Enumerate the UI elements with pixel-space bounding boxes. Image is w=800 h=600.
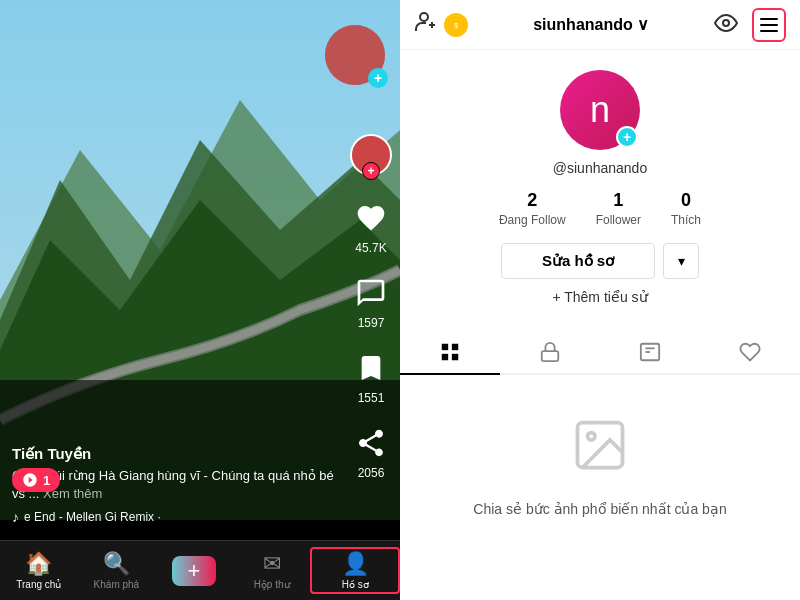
svg-text:$: $: [454, 21, 458, 29]
video-info: Tiến Tuyền Cảnh núi rừng Hà Giang hùng v…: [12, 445, 340, 525]
coin-icon: $: [444, 13, 468, 37]
menu-button[interactable]: [752, 8, 786, 42]
header-right: [714, 8, 786, 42]
creator-avatar-action[interactable]: +: [350, 134, 392, 180]
add-icon: +: [172, 556, 216, 586]
nav-add[interactable]: +: [155, 556, 233, 586]
header-left: $: [414, 10, 468, 39]
svg-rect-18: [452, 354, 458, 360]
content-area: Chia sẻ bức ảnh phổ biến nhất của bạn: [400, 375, 800, 560]
profile-handle: @siunhanando: [553, 160, 647, 176]
eye-icon[interactable]: [714, 11, 738, 39]
profile-body: n + @siunhanando 2 Đang Follow 1 Followe…: [400, 50, 800, 600]
share-action[interactable]: 2056: [351, 423, 391, 480]
profile-avatar-plus-icon: +: [616, 126, 638, 148]
likes-stat: 0 Thích: [671, 190, 701, 227]
home-icon: 🏠: [25, 551, 52, 577]
svg-rect-19: [542, 351, 559, 361]
tab-tagged[interactable]: [600, 331, 700, 375]
header-username[interactable]: siunhanando ∨: [533, 15, 649, 34]
explore-icon: 🔍: [103, 551, 130, 577]
following-stat: 2 Đang Follow: [499, 190, 566, 227]
nav-profile[interactable]: 👤 Hồ sơ: [310, 547, 400, 594]
edit-profile-button[interactable]: Sửa hồ sơ: [501, 243, 655, 279]
video-caption: Cảnh núi rừng Hà Giang hùng vĩ - Chúng t…: [12, 467, 340, 503]
followers-stat: 1 Follower: [596, 190, 641, 227]
like-action[interactable]: 45.7K: [351, 198, 391, 255]
menu-line-2: [760, 24, 778, 26]
svg-rect-16: [452, 344, 458, 350]
menu-line-3: [760, 30, 778, 32]
svg-rect-15: [442, 344, 448, 350]
profile-actions: Sửa hồ sơ ▾: [501, 243, 699, 279]
comment-count: 1597: [358, 316, 385, 330]
stats-row: 2 Đang Follow 1 Follower 0 Thích: [499, 190, 701, 227]
add-bio-link[interactable]: + Thêm tiểu sử: [552, 289, 647, 305]
music-row: ♪ e End - Mellen Gi Remix ·: [12, 509, 340, 525]
bookmark-count: 1551: [358, 391, 385, 405]
left-panel: + + 45.7K 1597: [0, 0, 400, 600]
tab-favorites[interactable]: [700, 331, 800, 375]
add-friend-icon[interactable]: [414, 10, 438, 39]
like-count: 45.7K: [355, 241, 386, 255]
empty-photo-icon: [570, 415, 630, 487]
svg-point-9: [420, 13, 428, 21]
profile-header: $ siunhanando ∨: [400, 0, 800, 50]
bottom-nav: 🏠 Trang chủ 🔍 Khám phá + ✉ Hộp thư 👤 Hồ …: [0, 540, 400, 600]
share-count: 2056: [358, 466, 385, 480]
nav-home[interactable]: 🏠 Trang chủ: [0, 551, 78, 590]
comment-action[interactable]: 1597: [351, 273, 391, 330]
svg-point-24: [588, 433, 596, 441]
video-background: +: [0, 0, 400, 520]
svg-rect-17: [442, 354, 448, 360]
tab-posts[interactable]: [400, 331, 500, 375]
nav-inbox[interactable]: ✉ Hộp thư: [233, 551, 311, 590]
profile-info: n + @siunhanando 2 Đang Follow 1 Followe…: [400, 50, 800, 331]
video-username: Tiến Tuyền: [12, 445, 340, 463]
tab-liked[interactable]: [500, 331, 600, 375]
follow-plus-icon: +: [362, 162, 380, 180]
profile-icon: 👤: [342, 551, 369, 577]
empty-content-message: Chia sẻ bức ảnh phổ biến nhất của bạn: [473, 499, 726, 520]
right-panel: $ siunhanando ∨ n +: [400, 0, 800, 600]
svg-point-14: [723, 20, 729, 26]
profile-avatar-wrap: n +: [560, 70, 640, 150]
svg-text:+: +: [374, 70, 382, 86]
tabs-row: [400, 331, 800, 375]
live-badge[interactable]: 1: [12, 468, 60, 492]
bookmark-action[interactable]: 1551: [351, 348, 391, 405]
inbox-icon: ✉: [263, 551, 281, 577]
action-buttons: + 45.7K 1597 1551: [350, 134, 392, 480]
chevron-down-icon: ∨: [637, 15, 649, 34]
menu-line-1: [760, 18, 778, 20]
nav-explore[interactable]: 🔍 Khám phá: [78, 551, 156, 590]
profile-dropdown-button[interactable]: ▾: [663, 243, 699, 279]
